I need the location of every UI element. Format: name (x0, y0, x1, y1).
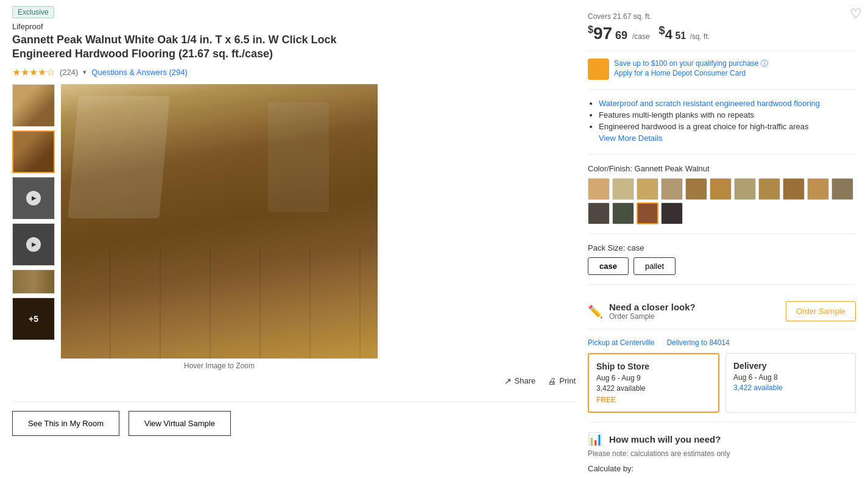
price-per-case: $97 69 (588, 24, 632, 43)
price-per-sqft: $4 51 (659, 27, 690, 42)
swatch-6[interactable] (710, 178, 732, 200)
swatch-14-active[interactable] (637, 202, 658, 224)
swatch-8[interactable] (758, 178, 780, 200)
calc-title: How much will you need? (609, 434, 721, 444)
thumbnail-1[interactable] (12, 84, 55, 127)
view-more-link[interactable]: View More Details (599, 134, 663, 143)
swatch-13[interactable] (612, 202, 634, 224)
view-virtual-sample-button[interactable]: View Virtual Sample (129, 411, 231, 436)
sample-title: Need a closer look? (609, 302, 696, 312)
color-swatches-row1 (588, 178, 856, 200)
share-icon: ↗ (504, 376, 512, 386)
play-icon-2 (26, 237, 41, 252)
swatch-4[interactable] (661, 178, 683, 200)
thumbnail-2[interactable] (12, 130, 55, 173)
price-dollars: 97 (593, 24, 612, 43)
order-sample-button[interactable]: Order Sample (786, 301, 856, 321)
hover-hint: Hover Image to Zoom (61, 362, 378, 370)
dollar-sign: $ (588, 24, 593, 35)
promo-icon (588, 59, 609, 80)
review-count[interactable]: (224) (60, 68, 78, 77)
feature-1: Waterproof and scratch resistant enginee… (599, 99, 856, 108)
color-swatches-row2 (588, 202, 856, 224)
print-button[interactable]: 🖨 Print (548, 376, 576, 386)
swatch-11[interactable] (831, 178, 853, 200)
ship-to-store-available: 3,422 available (596, 384, 711, 393)
rating-dropdown-arrow[interactable]: ▾ (83, 68, 86, 76)
ship-to-store-card[interactable]: Ship to Store Aug 6 - Aug 9 3,422 availa… (588, 353, 719, 413)
share-label: Share (515, 376, 536, 385)
thumbnail-plus[interactable]: +5 (12, 298, 55, 340)
plus-count: +5 (29, 314, 38, 324)
swatch-15[interactable] (661, 202, 683, 224)
print-icon: 🖨 (548, 376, 556, 386)
shipping-options: Ship to Store Aug 6 - Aug 9 3,422 availa… (588, 353, 856, 413)
swatch-7[interactable] (734, 178, 756, 200)
brand-name: Lifeproof (12, 22, 576, 31)
swatch-9[interactable] (783, 178, 805, 200)
pickup-location[interactable]: Pickup at Centerville (588, 338, 654, 347)
per-case-label: /case (632, 32, 650, 41)
pack-pallet-button[interactable]: pallet (633, 257, 676, 275)
pack-label: Pack Size: case (588, 243, 856, 252)
sample-subtitle: Order Sample (609, 312, 696, 321)
delivery-title: Delivery (733, 361, 848, 371)
promo-card-link[interactable]: Apply for a Home Depot Consumer Card (614, 69, 768, 77)
main-product-image (61, 84, 378, 358)
pack-case-button[interactable]: case (588, 257, 629, 275)
color-label: Color/Finish: Gannett Peak Walnut (588, 164, 856, 173)
delivery-available: 3,422 available (733, 383, 848, 392)
wishlist-button[interactable]: ♡ (850, 6, 862, 22)
exclusive-badge: Exclusive (12, 6, 54, 18)
calc-note: Please note: calculations are estimates … (588, 449, 856, 458)
per-sqft-label: /sq. ft. (690, 32, 710, 41)
price-cents: 69 (612, 29, 627, 41)
swatch-3[interactable] (637, 178, 658, 200)
product-title: Gannett Peak Walnut White Oak 1/4 in. T … (12, 33, 378, 62)
feature-3: Engineered hardwood is a great choice fo… (599, 122, 856, 131)
thumbnail-video-1[interactable] (12, 177, 55, 219)
pack-options: case pallet (588, 257, 856, 275)
ship-to-store-cost: FREE (596, 396, 711, 404)
swatch-12[interactable] (588, 202, 610, 224)
delivery-card[interactable]: Delivery Aug 6 - Aug 8 3,422 available (725, 353, 856, 413)
ship-to-store-title: Ship to Store (596, 362, 711, 371)
promo-link[interactable]: Save up to $100 on your qualifying purch… (614, 59, 768, 68)
delivery-dates: Aug 6 - Aug 8 (733, 373, 848, 382)
qa-link[interactable]: Questions & Answers (294) (91, 68, 188, 77)
thumbnail-strip[interactable] (12, 269, 55, 294)
share-button[interactable]: ↗ Share (504, 376, 536, 386)
calc-by-label: Calculate by: (588, 464, 856, 473)
ship-to-store-dates: Aug 6 - Aug 9 (596, 374, 711, 382)
print-label: Print (559, 376, 576, 385)
promo-text: Save up to $100 on your qualifying purch… (614, 59, 768, 69)
view-more-item: View More Details (599, 134, 856, 143)
feature-2: Features multi-length planks with no rep… (599, 110, 856, 120)
play-icon (26, 191, 41, 205)
shipping-locations: Pickup at Centerville Delivering to 8401… (588, 338, 856, 347)
swatch-5[interactable] (685, 178, 707, 200)
feature-1-link[interactable]: Waterproof and scratch resistant enginee… (599, 99, 820, 108)
calculator-icon: 📊 (588, 432, 603, 446)
thumbnail-video-2[interactable] (12, 223, 55, 266)
delivery-location[interactable]: Delivering to 84014 (666, 338, 729, 347)
swatch-10[interactable] (807, 178, 829, 200)
features-list: Waterproof and scratch resistant enginee… (588, 99, 856, 143)
swatch-1[interactable] (588, 178, 610, 200)
thumbnail-list: +5 (12, 84, 55, 370)
star-rating: ★★★★☆ (12, 66, 55, 78)
coverage-text: Covers 21.67 sq. ft. (588, 12, 856, 21)
swatch-2[interactable] (612, 178, 634, 200)
see-in-room-button[interactable]: See This in My Room (12, 411, 119, 436)
sample-pencil-icon: ✏️ (588, 304, 603, 319)
